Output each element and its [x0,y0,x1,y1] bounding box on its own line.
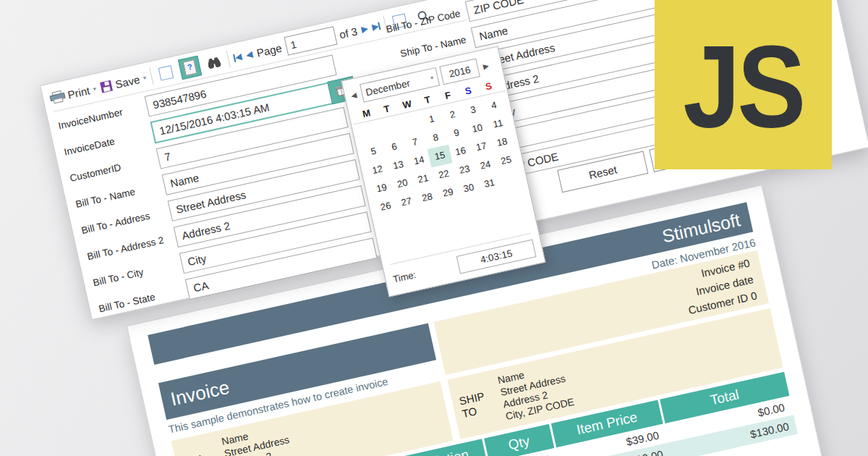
pages-icon [158,65,174,80]
bookmarks-panel-button[interactable] [155,62,177,84]
day-header: T [375,101,398,117]
day-header-sunday: S [477,79,500,94]
parameters-icon: ? [183,59,197,76]
ship-to-address: Name Street Address Address 2 City, ZIP … [496,360,575,423]
first-page-icon[interactable]: ◀ [233,51,243,63]
month-value: December [365,77,411,98]
chevron-down-icon: ▾ [430,75,434,81]
find-button[interactable] [203,51,225,74]
toolbar-separator [226,51,231,68]
save-label: Save [114,73,141,90]
printer-icon [50,90,66,104]
bill-to-address: Name Street Address Address 2 City, ZIP … [221,421,299,456]
day-header: W [396,97,418,112]
day-header: M [355,106,378,121]
calendar-next-icon[interactable]: ▶ [481,61,491,70]
page-number-input[interactable]: 1 [284,26,337,56]
toolbar-separator [149,67,153,85]
floppy-icon [100,80,113,93]
save-button[interactable]: Save ▾ [100,72,148,93]
time-label: Time: [392,269,417,285]
javascript-logo: JS [655,0,832,169]
binoculars-icon [205,55,223,69]
print-label: Print [67,84,91,101]
print-button[interactable]: Print ▾ [49,83,98,105]
parameters-panel-button[interactable]: ? [178,56,202,80]
chevron-down-icon: ▾ [142,75,147,81]
previous-page-icon[interactable]: ◀ [245,48,254,60]
page-label: Page [255,41,283,59]
day-header: T [416,93,438,108]
chevron-down-icon: ▾ [93,85,97,92]
day-cell[interactable] [498,167,522,190]
bill-to-label: BILLTO [182,447,229,456]
day-header-saturday: S [457,83,480,98]
js-logo-text: JS [684,19,804,153]
calendar-prev-icon[interactable]: ◀ [349,90,359,100]
year-input[interactable]: 2016 [439,59,480,85]
ship-to-label: SHIPTO [458,386,504,421]
day-header: F [436,88,459,103]
